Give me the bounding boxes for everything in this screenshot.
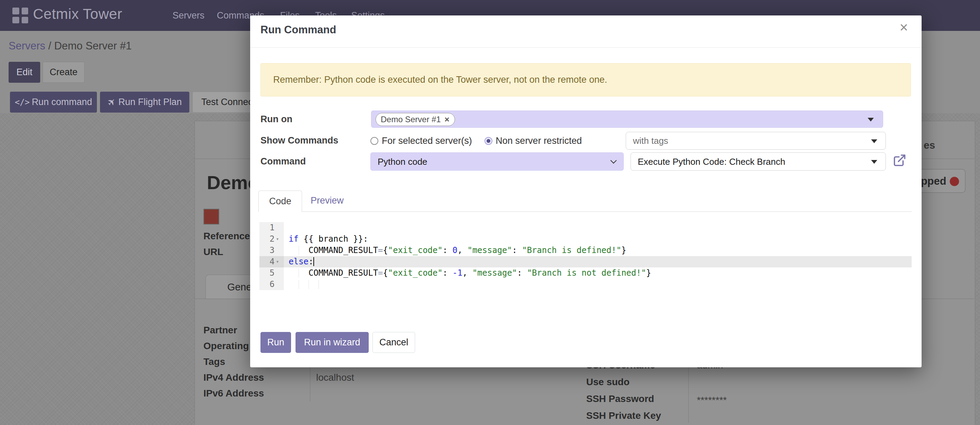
command-type-select[interactable]: Python code xyxy=(371,152,624,171)
field-label: SSH Private Key xyxy=(586,410,661,421)
code-line-5: COMMAND_RESULT={"exit_code": -1, "messag… xyxy=(289,267,651,279)
field-label: Tags xyxy=(204,356,225,367)
active-line-highlight xyxy=(284,256,912,267)
fold-caret-icon: ▾ xyxy=(276,256,283,267)
tabs-divider xyxy=(258,211,912,212)
radio-option-0[interactable]: For selected server(s) xyxy=(371,136,472,146)
nav-menu-servers[interactable]: Servers xyxy=(172,10,204,21)
dropdown-caret-icon xyxy=(868,118,874,122)
remove-tag-icon[interactable]: ✕ xyxy=(444,116,450,124)
external-link-icon[interactable] xyxy=(893,154,907,168)
python-warning-alert: Remember: Python code is executed on the… xyxy=(261,63,911,97)
modal-header-divider xyxy=(250,48,921,48)
breadcrumb-servers-link[interactable]: Servers xyxy=(9,40,45,52)
field-label: IPv6 Address xyxy=(204,388,264,399)
background-tab-fragment[interactable]: es xyxy=(924,140,935,151)
field-label: SSH Password xyxy=(586,393,654,404)
show-commands-label: Show Commands xyxy=(261,135,339,146)
server-tag[interactable]: Demo Server #1 ✕ xyxy=(375,113,455,126)
line-number: 5 xyxy=(259,267,275,279)
run-in-wizard-button[interactable]: Run in wizard xyxy=(296,332,369,353)
run-button[interactable]: Run xyxy=(261,332,291,353)
run-on-select[interactable]: Demo Server #1 ✕ xyxy=(371,111,883,128)
code-slash-icon: </> xyxy=(15,97,30,107)
server-color-swatch[interactable] xyxy=(204,209,219,225)
field-label: Partner xyxy=(204,325,237,336)
field-value: localhost xyxy=(316,372,354,383)
field-label: Use sudo xyxy=(586,377,630,388)
create-button[interactable]: Create xyxy=(43,62,84,83)
plane-icon: ✈ xyxy=(105,95,119,109)
run-flight-plan-button[interactable]: ✈ Run Flight Plan xyxy=(100,92,189,113)
code-line-4: else: xyxy=(289,256,313,267)
tab-code[interactable]: Code xyxy=(258,190,302,212)
run-command-modal: Run Command × Remember: Python code is e… xyxy=(250,16,921,367)
with-tags-select[interactable]: with tags xyxy=(626,132,886,150)
dropdown-caret-icon xyxy=(871,140,877,143)
cancel-button[interactable]: Cancel xyxy=(372,332,415,353)
apps-menu-icon[interactable] xyxy=(13,8,28,23)
alert-text: Remember: Python code is executed on the… xyxy=(273,75,607,85)
breadcrumb: Servers / Demo Server #1 xyxy=(9,40,132,52)
close-icon[interactable]: × xyxy=(900,20,908,35)
line-number: 1 xyxy=(259,222,275,233)
line-number: 6 xyxy=(259,279,275,290)
run-on-label: Run on xyxy=(261,114,293,125)
indent-guide xyxy=(309,280,309,289)
radio-unselected-icon[interactable] xyxy=(371,137,378,145)
command-label: Command xyxy=(261,156,306,167)
breadcrumb-current: Demo Server #1 xyxy=(54,40,132,52)
code-editor[interactable]: 12▾if {{ branch }}:3 COMMAND_RESULT={"ex… xyxy=(259,222,912,290)
brand-title[interactable]: Cetmix Tower xyxy=(33,6,123,22)
edit-button[interactable]: Edit xyxy=(9,62,40,83)
dropdown-caret-icon xyxy=(871,160,877,164)
fold-caret-icon: ▾ xyxy=(276,233,283,245)
url-label: URL xyxy=(204,246,223,257)
radio-option-1[interactable]: Non server restricted xyxy=(485,136,582,146)
line-number: 2 xyxy=(259,233,275,245)
indent-guide xyxy=(299,280,299,289)
status-stopped-dot-icon xyxy=(950,177,959,186)
code-line-2: if {{ branch }}: xyxy=(289,233,368,245)
text-cursor-caret xyxy=(313,257,314,266)
radio-selected-icon[interactable] xyxy=(485,137,492,145)
field-value: ******** xyxy=(697,395,727,406)
line-number: 4 xyxy=(259,256,275,267)
modal-title: Run Command xyxy=(261,24,336,36)
reference-label: Reference xyxy=(204,231,250,242)
code-line-3: COMMAND_RESULT={"exit_code": 0, "message… xyxy=(289,245,627,256)
indent-guide xyxy=(318,280,319,289)
field-label: IPv4 Address xyxy=(204,372,264,383)
command-select[interactable]: Execute Python Code: Check Branch xyxy=(630,152,886,171)
chevron-down-icon xyxy=(610,157,616,163)
show-commands-radio-group: For selected server(s)Non server restric… xyxy=(371,132,582,150)
tab-preview[interactable]: Preview xyxy=(311,195,344,206)
run-command-button[interactable]: </> Run command xyxy=(10,92,97,113)
breadcrumb-separator: / xyxy=(45,40,54,52)
application-window: Cetmix Tower ServersCommandsFilesToolsSe… xyxy=(0,0,980,425)
line-number: 3 xyxy=(259,245,275,256)
